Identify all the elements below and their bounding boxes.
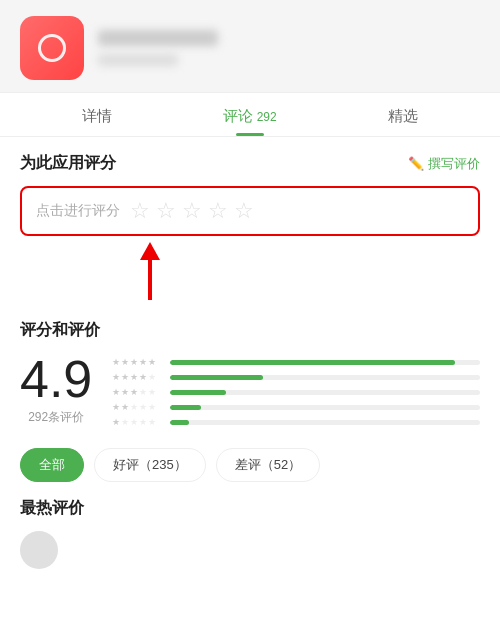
arrow-head [140, 242, 160, 260]
ratings-content: 4.9 292条评价 ★★★★★ ★★★★★ [20, 353, 480, 432]
reviewer-avatar [20, 531, 58, 569]
star-2[interactable]: ☆ [156, 198, 176, 224]
red-arrow-container [20, 252, 480, 312]
write-review-button[interactable]: ✏️ 撰写评价 [408, 155, 480, 173]
filter-positive-button[interactable]: 好评（235） [94, 448, 206, 482]
star-1[interactable]: ☆ [130, 198, 150, 224]
star-4[interactable]: ☆ [208, 198, 228, 224]
tab-details[interactable]: 详情 [20, 93, 173, 136]
filter-row: 全部 好评（235） 差评（52） [20, 448, 480, 482]
app-header [0, 0, 500, 93]
rate-header-row: 为此应用评分 ✏️ 撰写评价 [20, 153, 480, 174]
score-count: 292条评价 [20, 409, 92, 426]
bar-stars-3: ★★★★★ [112, 387, 164, 397]
app-info [98, 30, 480, 66]
bar-track-1 [170, 420, 480, 425]
click-to-rate-label: 点击进行评分 [36, 202, 120, 220]
bar-track-5 [170, 360, 480, 365]
star-5[interactable]: ☆ [234, 198, 254, 224]
popular-title: 最热评价 [20, 498, 480, 519]
star-rating-box[interactable]: 点击进行评分 ☆ ☆ ☆ ☆ ☆ [20, 186, 480, 236]
bar-stars-2: ★★★★★ [112, 402, 164, 412]
tab-featured[interactable]: 精选 [327, 93, 480, 136]
filter-all-button[interactable]: 全部 [20, 448, 84, 482]
bar-row-2: ★★★★★ [112, 402, 480, 412]
pencil-icon: ✏️ [408, 156, 424, 171]
bar-row-1: ★★★★★ [112, 417, 480, 427]
stars-row[interactable]: ☆ ☆ ☆ ☆ ☆ [130, 198, 254, 224]
bar-fill-2 [170, 405, 201, 410]
ratings-section-title: 评分和评价 [20, 320, 480, 341]
bar-track-2 [170, 405, 480, 410]
big-score: 4.9 292条评价 [20, 353, 92, 426]
app-subtitle-blurred [98, 54, 178, 66]
bar-row-3: ★★★★★ [112, 387, 480, 397]
rating-bars: ★★★★★ ★★★★★ ★★★★★ [112, 353, 480, 432]
review-item [20, 531, 480, 569]
bar-fill-5 [170, 360, 455, 365]
bar-row-5: ★★★★★ [112, 357, 480, 367]
star-3[interactable]: ☆ [182, 198, 202, 224]
bar-stars-5: ★★★★★ [112, 357, 164, 367]
app-icon [20, 16, 84, 80]
tab-reviews[interactable]: 评论 292 [173, 93, 326, 136]
ratings-section: 评分和评价 4.9 292条评价 ★★★★★ ★★★★★ [20, 320, 480, 432]
bar-row-4: ★★★★★ [112, 372, 480, 382]
bar-track-3 [170, 390, 480, 395]
filter-negative-button[interactable]: 差评（52） [216, 448, 320, 482]
app-name-blurred [98, 30, 218, 46]
bar-fill-3 [170, 390, 226, 395]
big-score-number: 4.9 [20, 353, 92, 405]
review-count-badge: 292 [253, 110, 276, 124]
main-content: 为此应用评分 ✏️ 撰写评价 点击进行评分 ☆ ☆ ☆ ☆ ☆ 评分和评价 4.… [0, 137, 500, 585]
app-icon-design [38, 34, 66, 62]
bar-fill-4 [170, 375, 263, 380]
arrow-shaft [148, 260, 152, 300]
bar-track-4 [170, 375, 480, 380]
red-arrow [140, 242, 160, 300]
rate-section-title: 为此应用评分 [20, 153, 116, 174]
bar-stars-4: ★★★★★ [112, 372, 164, 382]
bar-fill-1 [170, 420, 189, 425]
bar-stars-1: ★★★★★ [112, 417, 164, 427]
tab-bar: 详情 评论 292 精选 [0, 93, 500, 137]
